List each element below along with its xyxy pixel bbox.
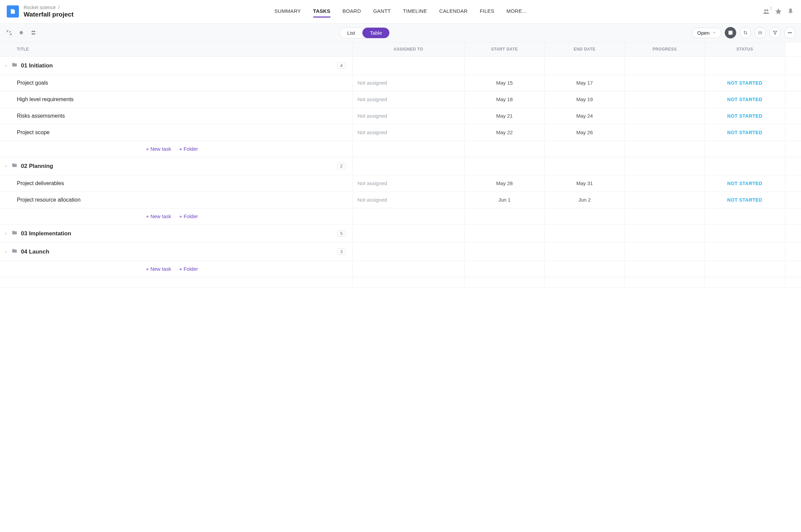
adder-cell: + New task+ Folder [0, 208, 352, 225]
group-header[interactable]: 01 Initiation4 [0, 57, 352, 75]
task-status[interactable]: NOT STARTED [705, 125, 785, 141]
filter-icon[interactable] [769, 27, 781, 38]
status-badge[interactable]: NOT STARTED [727, 197, 762, 203]
status-badge[interactable]: NOT STARTED [727, 130, 762, 135]
status-badge[interactable]: NOT STARTED [727, 80, 762, 86]
expand-icon[interactable] [30, 29, 37, 36]
new-folder-link[interactable]: + Folder [179, 213, 198, 219]
task-end[interactable]: May 26 [545, 125, 624, 141]
status-filter[interactable]: Open [692, 27, 721, 38]
svg-rect-0 [729, 31, 732, 35]
task-status[interactable]: NOT STARTED [705, 75, 785, 91]
collapse-icon[interactable] [18, 29, 25, 36]
group-header[interactable]: 02 Planning2 [0, 157, 352, 175]
tab-calendar[interactable]: CALENDAR [439, 5, 468, 18]
task-progress[interactable] [625, 75, 705, 91]
task-status[interactable]: NOT STARTED [705, 108, 785, 125]
task-end[interactable]: May 17 [545, 75, 624, 91]
status-badge[interactable]: NOT STARTED [727, 97, 762, 102]
task-status[interactable]: NOT STARTED [705, 91, 785, 108]
star-icon[interactable] [775, 8, 782, 15]
task-title[interactable]: Project resource allocation [0, 192, 352, 208]
tab-more[interactable]: MORE... [507, 5, 527, 18]
group-header[interactable]: 03 Implementation5 [0, 225, 352, 243]
task-progress[interactable] [625, 175, 705, 192]
col-title[interactable]: TITLE [0, 42, 352, 57]
task-end[interactable]: Jun 2 [545, 192, 624, 208]
task-end[interactable]: May 31 [545, 175, 624, 192]
svg-point-2 [789, 32, 790, 33]
task-start[interactable]: Jun 1 [465, 192, 545, 208]
tab-timeline[interactable]: TIMELINE [403, 5, 427, 18]
status-filter-label: Open [697, 30, 710, 36]
new-task-link[interactable]: + New task [146, 146, 171, 152]
toolbar-left [5, 29, 37, 36]
toggle-checkbox-icon[interactable] [725, 27, 736, 38]
breadcrumb-sep: / [58, 5, 60, 10]
sort-icon[interactable] [740, 27, 751, 38]
task-assigned[interactable]: Not assigned [352, 192, 465, 208]
task-progress[interactable] [625, 91, 705, 108]
fullscreen-icon[interactable] [5, 29, 13, 36]
task-progress[interactable] [625, 192, 705, 208]
tab-files[interactable]: FILES [480, 5, 494, 18]
task-assigned[interactable]: Not assigned [352, 175, 465, 192]
new-task-link[interactable]: + New task [146, 213, 171, 219]
view-list[interactable]: List [340, 27, 362, 38]
pin-icon[interactable] [787, 8, 794, 15]
task-start[interactable]: May 21 [465, 108, 545, 125]
folder-icon [12, 162, 18, 170]
task-end[interactable]: May 24 [545, 108, 624, 125]
task-start[interactable]: May 15 [465, 75, 545, 91]
task-start[interactable]: May 22 [465, 125, 545, 141]
folder-icon [12, 62, 18, 70]
more-icon[interactable] [784, 27, 796, 38]
task-assigned[interactable]: Not assigned [352, 91, 465, 108]
view-table[interactable]: Table [362, 27, 389, 38]
group-count: 4 [338, 62, 345, 69]
status-badge[interactable]: NOT STARTED [727, 181, 762, 186]
task-progress[interactable] [625, 125, 705, 141]
breadcrumb[interactable]: Rocket science / [24, 5, 74, 10]
task-start[interactable]: May 28 [465, 175, 545, 192]
tab-tasks[interactable]: TASKS [313, 5, 330, 18]
col-assigned[interactable]: ASSIGNED TO [352, 42, 465, 57]
task-assigned[interactable]: Not assigned [352, 108, 465, 125]
group-name: 01 Initiation [21, 62, 53, 69]
task-start[interactable]: May 18 [465, 91, 545, 108]
new-task-link[interactable]: + New task [146, 266, 171, 272]
task-assigned[interactable]: Not assigned [352, 75, 465, 91]
chevron-icon[interactable] [3, 231, 8, 236]
tab-board[interactable]: BOARD [343, 5, 361, 18]
chevron-icon[interactable] [3, 164, 8, 169]
task-status[interactable]: NOT STARTED [705, 175, 785, 192]
svg-point-3 [791, 32, 791, 33]
col-progress[interactable]: PROGRESS [625, 42, 705, 57]
header: Rocket science / Waterfall project SUMMA… [0, 0, 801, 23]
task-status[interactable]: NOT STARTED [705, 192, 785, 208]
columns-icon[interactable] [754, 27, 766, 38]
project-block: Rocket science / Waterfall project [7, 5, 74, 18]
tab-gantt[interactable]: GANTT [373, 5, 391, 18]
tab-summary[interactable]: SUMMARY [274, 5, 301, 18]
task-title[interactable]: Risks assemsments [0, 108, 352, 125]
chevron-icon[interactable] [3, 63, 8, 68]
task-title[interactable]: Project goals [0, 75, 352, 91]
breadcrumb-parent[interactable]: Rocket science [24, 5, 56, 10]
task-assigned[interactable]: Not assigned [352, 125, 465, 141]
nav-tabs: SUMMARYTASKSBOARDGANTTTIMELINECALENDARFI… [274, 5, 526, 18]
task-title[interactable]: Project scope [0, 125, 352, 141]
group-header[interactable]: 04 Launch3 [0, 243, 352, 261]
new-folder-link[interactable]: + Folder [179, 266, 198, 272]
task-progress[interactable] [625, 108, 705, 125]
new-folder-link[interactable]: + Folder [179, 146, 198, 152]
col-end[interactable]: END DATE [545, 42, 624, 57]
status-badge[interactable]: NOT STARTED [727, 113, 762, 119]
share-people-icon[interactable]: 1 [763, 8, 770, 15]
col-start[interactable]: START DATE [465, 42, 545, 57]
chevron-icon[interactable] [3, 249, 8, 254]
task-end[interactable]: May 19 [545, 91, 624, 108]
task-title[interactable]: Project deliverables [0, 175, 352, 192]
task-title[interactable]: High level requirements [0, 91, 352, 108]
col-status[interactable]: STATUS [705, 42, 785, 57]
